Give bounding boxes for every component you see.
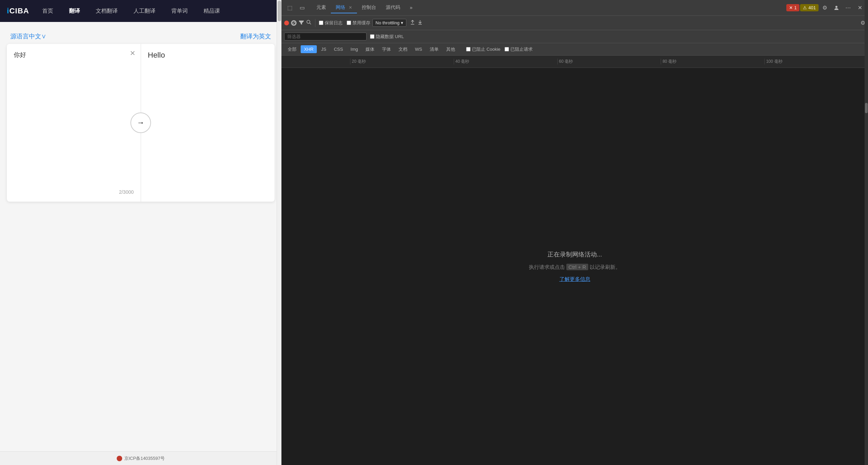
filter-icon[interactable] [299, 20, 304, 26]
svg-rect-4 [411, 24, 414, 25]
timeline-mark-40: 40 毫秒 [454, 59, 557, 64]
nav-vocabulary[interactable]: 背单词 [169, 6, 190, 16]
preserve-log-checkbox[interactable]: 保留日志 [319, 20, 343, 26]
record-button[interactable] [284, 21, 289, 25]
nav-human-translate[interactable]: 人工翻译 [131, 6, 158, 16]
nav-courses[interactable]: 精品课 [201, 6, 223, 16]
type-btn-media[interactable]: 媒体 [362, 45, 378, 54]
devtools-close-icon[interactable]: ✕ [854, 2, 865, 13]
type-checkboxes: 已阻止 Cookie 已阻止请求 [466, 46, 533, 52]
recording-message: 正在录制网络活动... [547, 250, 602, 259]
footer: 京ICP条14035597号 [0, 451, 281, 465]
timeline-mark-20: 20 毫秒 [350, 59, 454, 64]
type-btn-xhr[interactable]: XHR [301, 45, 317, 53]
devtools-scrollbar[interactable] [865, 0, 868, 465]
devtools-account-icon[interactable] [831, 2, 842, 13]
timeline-marks: 20 毫秒 40 毫秒 60 毫秒 80 毫秒 100 毫秒 [350, 59, 868, 64]
devtools-scroll-thumb[interactable] [865, 103, 868, 113]
error-badge[interactable]: ✕ 1 [786, 4, 799, 11]
translate-arrow-button[interactable]: → [130, 112, 151, 133]
nav-doc-translate[interactable]: 文档翻译 [93, 6, 120, 16]
devtools-right-icons: ✕ 1 ⚠ 401 ⚙ ⋯ ✕ [786, 2, 865, 13]
warning-badge[interactable]: ⚠ 401 [800, 4, 819, 11]
type-btn-all[interactable]: 全部 [284, 45, 300, 54]
logo[interactable]: iCIBA [7, 7, 29, 15]
type-btn-doc[interactable]: 文档 [395, 45, 411, 54]
tab-network[interactable]: 网络 ✕ [331, 2, 357, 13]
blocked-requests-checkbox[interactable]: 已阻止请求 [505, 46, 533, 52]
website-area: iCIBA 首页 翻译 文档翻译 人工翻译 背单词 精品课 源语言中文∨ 翻译为… [0, 0, 281, 465]
tab-console[interactable]: 控制台 [357, 2, 381, 13]
translate-area: 源语言中文∨ 翻译为英文 ✕ 你好 2/3000 → Hello [0, 22, 281, 465]
svg-line-3 [310, 23, 311, 24]
source-text-input[interactable]: 你好 [14, 51, 134, 187]
hide-data-urls-checkbox[interactable]: 隐藏数据 URL [370, 34, 404, 40]
target-box: Hello [141, 44, 275, 202]
type-btn-css[interactable]: CSS [331, 45, 347, 53]
source-lang-value[interactable]: 中文 [29, 33, 41, 40]
type-btn-img[interactable]: Img [347, 45, 361, 53]
tab-elements[interactable]: 元素 [312, 2, 331, 13]
devtools-more-icon[interactable]: ⋯ [843, 2, 854, 13]
devtools-topbar: ⬚ ▭ 元素 网络 ✕ 控制台 源代码 » ✕ 1 ⚠ 401 ⚙ [281, 0, 868, 16]
nav-translate[interactable]: 翻译 [66, 6, 83, 16]
blocked-cookies-checkbox[interactable]: 已阻止 Cookie [466, 46, 500, 52]
timeline-header: 20 毫秒 40 毫秒 60 毫秒 80 毫秒 100 毫秒 [281, 56, 868, 68]
char-count: 2/3000 [14, 189, 134, 195]
timeline-mark-80: 80 毫秒 [661, 59, 764, 64]
type-btn-manifest[interactable]: 清单 [426, 45, 442, 54]
lang-bar: 源语言中文∨ 翻译为英文 [7, 32, 275, 40]
type-btn-js[interactable]: JS [317, 45, 329, 53]
disable-cache-checkbox[interactable]: 禁用缓存 [347, 20, 370, 26]
type-btn-ws[interactable]: WS [412, 45, 426, 53]
devtools-panel: ⬚ ▭ 元素 网络 ✕ 控制台 源代码 » ✕ 1 ⚠ 401 ⚙ [281, 0, 868, 465]
svg-point-0 [835, 6, 837, 8]
tab-network-close[interactable]: ✕ [349, 5, 352, 10]
nav-home[interactable]: 首页 [39, 6, 56, 16]
filter-input[interactable] [284, 33, 367, 40]
filter-row: 隐藏数据 URL [281, 30, 868, 43]
navbar: iCIBA 首页 翻译 文档翻译 人工翻译 背单词 精品课 [0, 0, 281, 22]
scroll-thumb[interactable] [278, 1, 281, 21]
target-lang-label[interactable]: 翻译为英文 [240, 32, 271, 40]
upload-icon[interactable] [410, 20, 415, 26]
recording-sub-message: 执行请求或点击 Ctrl + R 以记录刷新。 [529, 264, 621, 271]
type-btn-other[interactable]: 其他 [443, 45, 459, 54]
source-box: ✕ 你好 2/3000 [7, 44, 141, 202]
inspect-element-icon[interactable]: ⬚ [284, 2, 295, 13]
learn-more-link[interactable]: 了解更多信息 [559, 276, 590, 283]
source-lang-label[interactable]: 源语言中文∨ [10, 32, 46, 40]
type-btn-font[interactable]: 字体 [379, 45, 394, 54]
network-checkboxes: 保留日志 禁用缓存 [319, 20, 370, 26]
target-text: Hello [148, 51, 268, 60]
device-mode-icon[interactable]: ▭ [297, 2, 308, 13]
clear-source-button[interactable]: ✕ [130, 49, 136, 57]
svg-point-2 [307, 20, 310, 23]
network-toolbar: 保留日志 禁用缓存 No throttling ▾ ⚙ [281, 16, 868, 30]
timeline-mark-60: 60 毫秒 [557, 59, 661, 64]
clear-button[interactable] [291, 20, 297, 26]
network-content: 正在录制网络活动... 执行请求或点击 Ctrl + R 以记录刷新。 了解更多… [281, 68, 868, 465]
timeline-mark-100: 100 毫秒 [764, 59, 868, 64]
main-scrollbar[interactable] [277, 0, 281, 465]
throttle-dropdown[interactable]: No throttling ▾ [372, 19, 406, 27]
tab-sources[interactable]: 源代码 [381, 2, 405, 13]
type-filter-row: 全部 XHR JS CSS Img 媒体 字体 文档 WS 清单 其他 已阻止 … [281, 43, 868, 56]
devtools-tabs: 元素 网络 ✕ 控制台 源代码 » [312, 2, 417, 13]
translate-boxes: ✕ 你好 2/3000 → Hello [7, 44, 275, 202]
devtools-settings-icon[interactable]: ⚙ [819, 2, 830, 13]
tab-more[interactable]: » [405, 3, 417, 13]
download-icon[interactable] [417, 20, 423, 26]
search-icon[interactable] [306, 20, 312, 26]
svg-rect-5 [418, 24, 422, 25]
